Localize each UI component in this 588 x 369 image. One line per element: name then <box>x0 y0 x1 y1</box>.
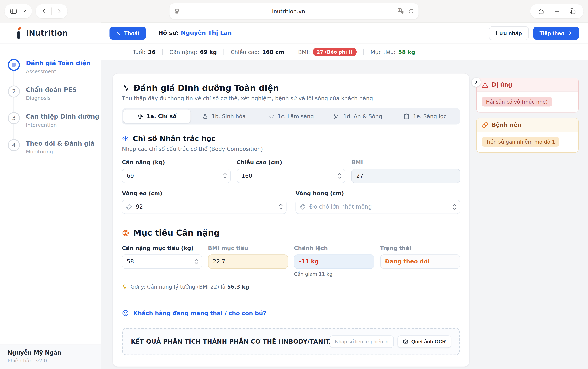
tab-an-song[interactable]: 1d. Ăn & Sống <box>325 110 392 123</box>
hip-field: Vòng hông (cm) <box>296 191 460 214</box>
step-subtitle: Monitoring <box>26 148 94 154</box>
profile-name-link[interactable]: Nguyễn Thị Lan <box>181 30 232 36</box>
share-icon[interactable] <box>538 8 545 14</box>
tab-lam-sang[interactable]: 1c. Lâm sàng <box>257 110 324 123</box>
forward-button[interactable] <box>56 8 62 14</box>
stat-bmi: BMI: 27 (Béo phì I) <box>291 48 363 56</box>
tab-chi-so[interactable]: 1a. Chỉ số <box>123 110 190 123</box>
tab-sinh-hoa[interactable]: 1b. Sinh hóa <box>190 110 257 123</box>
svg-text:A: A <box>399 9 401 12</box>
inbody-toggle[interactable]: KẾT QUẢ PHÂN TÍCH THÀNH PHẦN CƠ THỂ (INB… <box>131 338 324 345</box>
sidebar-toggle-icon[interactable] <box>10 7 17 15</box>
hip-input[interactable] <box>296 200 460 214</box>
browser-toolbar: inutrition.vn A <box>0 0 588 23</box>
inbody-section: KẾT QUẢ PHÂN TÍCH THÀNH PHẦN CƠ THỂ (INB… <box>122 328 460 355</box>
pregnancy-link[interactable]: Khách hàng đang mang thai / cho con bú? <box>134 310 266 317</box>
profile-label: Hồ sơ: <box>158 30 179 36</box>
stepper-icon[interactable] <box>279 204 283 210</box>
stepper-icon[interactable] <box>338 173 342 179</box>
manual-entry-button[interactable]: Nhập số liệu từ phiếu in <box>330 335 394 348</box>
waist-field: Vòng eo (cm) <box>122 191 286 214</box>
diff-field: Chênh lệch -11 kg Cần giảm 11 kg <box>294 245 374 277</box>
sidebar: iNutrition Đánh giá Toàn diện Assessment… <box>0 23 101 369</box>
bmi-field: BMI 27 <box>351 159 460 183</box>
waist-label: Vòng eo (cm) <box>122 191 286 196</box>
clipboard-check-icon <box>404 113 410 119</box>
step-title: Can thiệp Dinh dưỡng <box>26 113 99 120</box>
alerts-panel: Dị ứng Hải sản có vỏ (mức nhẹ) Bệnh nền <box>476 78 579 158</box>
condition-card: Bệnh nền Tiền sử gan nhiễm mỡ độ 1 <box>476 118 579 153</box>
sidebar-step-monitoring[interactable]: 4 Theo dõi & Đánh giá Monitoring <box>0 139 101 154</box>
section-divider <box>122 299 460 299</box>
new-tab-icon[interactable] <box>554 8 560 14</box>
step-subtitle: Assessment <box>26 68 91 74</box>
url-text[interactable]: inutrition.vn <box>180 8 397 14</box>
tab-overview-icon[interactable] <box>569 8 576 14</box>
target-weight-input[interactable] <box>122 255 202 269</box>
target-bmi-value: 22.7 <box>208 255 288 269</box>
current-user-name: Nguyễn Mỹ Ngân <box>8 349 93 356</box>
stat-height: Chiều cao:160 cm <box>224 49 291 55</box>
activity-icon <box>122 84 130 92</box>
application-window: inutrition.vn A <box>0 0 588 369</box>
stepper-icon[interactable] <box>452 204 457 210</box>
condition-tag: Tiền sử gan nhiễm mỡ độ 1 <box>482 137 559 146</box>
flask-icon <box>202 113 208 119</box>
header-divider <box>152 28 152 38</box>
step-title: Theo dõi & Đánh giá <box>26 140 94 147</box>
sidebar-step-diagnosis[interactable]: 2 Chẩn đoán PES Diagnosis <box>0 86 101 101</box>
step-indicator-active <box>8 59 20 71</box>
app-header: Thoát Hồ sơ: Nguyễn Thị Lan Lưu nháp Tiế… <box>101 23 588 44</box>
target-icon <box>122 229 129 237</box>
stepper-icon[interactable] <box>194 258 199 265</box>
sidebar-footer: Nguyễn Mỹ Ngân Phiên bản: v2.0 <box>0 344 101 369</box>
next-button[interactable]: Tiếp theo <box>533 26 579 40</box>
patient-stats-bar: Tuổi:36 Cân nặng:69 kg Chiều cao:160 cm … <box>101 44 588 60</box>
page-subtitle: Thu thập đầy đủ thông tin về chỉ số cơ t… <box>122 95 460 101</box>
assessment-tabbar: 1a. Chỉ số 1b. Sinh hóa 1c <box>122 108 460 124</box>
reader-view-icon[interactable] <box>174 8 180 14</box>
allergy-card: Dị ứng Hải sản có vỏ (mức nhẹ) <box>476 78 579 112</box>
ocr-scan-button[interactable]: Quét ảnh OCR <box>397 335 451 348</box>
bmi-readonly-value: 27 <box>351 169 460 183</box>
address-bar[interactable]: inutrition.vn A <box>170 3 419 19</box>
ruler-icon <box>300 204 306 210</box>
bmi-status-badge: 27 (Béo phì I) <box>313 48 357 56</box>
target-weight-field: Cân nặng mục tiêu (kg) <box>122 245 202 277</box>
bmi-label: BMI <box>351 159 460 165</box>
height-field: Chiều cao (cm) <box>237 159 345 183</box>
stat-goal: Mục tiêu: 58 kg <box>363 49 422 55</box>
anthro-section-title: Chỉ số Nhân trắc học <box>133 134 216 142</box>
waist-input[interactable] <box>122 200 286 214</box>
app-logo <box>14 26 22 40</box>
inbody-title: KẾT QUẢ PHÂN TÍCH THÀNH PHẦN CƠ THỂ (INB… <box>131 338 336 345</box>
stepper-icon[interactable] <box>223 173 227 179</box>
step-title: Chẩn đoán PES <box>26 86 77 93</box>
sidebar-step-assessment[interactable]: Đánh giá Toàn diện Assessment <box>0 59 101 74</box>
translate-icon[interactable]: A <box>397 8 404 15</box>
collapse-panel-button[interactable] <box>472 78 481 87</box>
chevron-down-icon[interactable] <box>22 9 27 13</box>
condition-title: Bệnh nền <box>492 122 521 128</box>
profile-breadcrumb: Hồ sơ: Nguyễn Thị Lan <box>158 30 232 36</box>
chevron-right-icon <box>568 31 573 35</box>
close-icon <box>116 31 121 35</box>
exit-button[interactable]: Thoát <box>110 26 146 40</box>
scale-icon <box>122 135 129 142</box>
goal-section-title: Mục tiêu Cân nặng <box>133 228 220 238</box>
target-bmi-label: BMI mục tiêu <box>208 245 288 251</box>
status-label: Trạng thái <box>380 245 460 251</box>
back-button[interactable] <box>41 8 47 14</box>
tab-sang-loc[interactable]: 1e. Sàng lọc <box>392 110 459 123</box>
save-draft-button[interactable]: Lưu nháp <box>489 26 529 40</box>
weight-input[interactable] <box>122 169 231 183</box>
step-indicator: 4 <box>8 139 20 151</box>
reload-icon[interactable] <box>408 8 414 14</box>
diff-label: Chênh lệch <box>294 245 374 251</box>
allergy-title: Dị ứng <box>492 81 512 88</box>
brand-name: iNutrition <box>26 29 68 38</box>
sidebar-step-intervention[interactable]: 3 Can thiệp Dinh dưỡng Intervention <box>0 112 101 128</box>
ideal-weight-hint: Gợi ý: Cân nặng lý tưởng (BMI 22) là 56.… <box>122 284 460 290</box>
height-input[interactable] <box>237 169 345 183</box>
scale-icon <box>137 113 143 119</box>
